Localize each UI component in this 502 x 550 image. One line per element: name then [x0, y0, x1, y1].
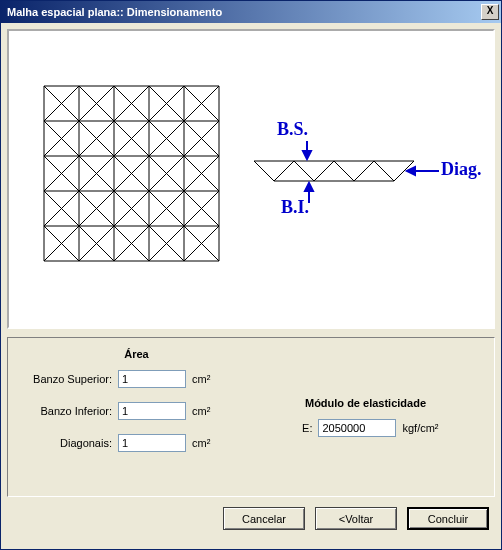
- label-diagonais: Diagonais:: [22, 437, 112, 449]
- input-modulus-e[interactable]: [318, 419, 396, 437]
- cancelar-button[interactable]: Cancelar: [223, 507, 305, 530]
- input-banzo-inferior[interactable]: [118, 402, 186, 420]
- window-title: Malha espacial plana:: Dimensionamento: [7, 6, 481, 18]
- label-bs: B.S.: [277, 119, 308, 140]
- label-banzo-superior: Banzo Superior:: [22, 373, 112, 385]
- modulus-heading: Módulo de elasticidade: [305, 397, 426, 409]
- voltar-button[interactable]: <Voltar: [315, 507, 397, 530]
- form-panel: Área Banzo Superior: cm² Banzo Inferior:…: [7, 337, 495, 497]
- field-modulus-e: E: kgf/cm²: [292, 419, 438, 437]
- diagram-svg: [9, 31, 495, 327]
- unit-modulus-e: kgf/cm²: [402, 422, 438, 434]
- unit-banzo-inferior: cm²: [192, 405, 210, 417]
- modulus-column: Módulo de elasticidade E: kgf/cm²: [251, 348, 480, 486]
- button-row: Cancelar <Voltar Concluir: [7, 507, 495, 530]
- close-icon[interactable]: X: [481, 4, 499, 20]
- svg-marker-69: [407, 167, 415, 175]
- label-bi: B.I.: [281, 197, 309, 218]
- unit-banzo-superior: cm²: [192, 373, 210, 385]
- diagram-panel: B.S. B.I. Diag.: [7, 29, 495, 329]
- field-banzo-superior: Banzo Superior: cm²: [22, 370, 251, 388]
- svg-marker-65: [303, 151, 311, 159]
- field-banzo-inferior: Banzo Inferior: cm²: [22, 402, 251, 420]
- label-modulus-e: E:: [292, 422, 312, 434]
- concluir-button[interactable]: Concluir: [407, 507, 489, 530]
- label-banzo-inferior: Banzo Inferior:: [22, 405, 112, 417]
- area-heading: Área: [22, 348, 251, 360]
- client-area: B.S. B.I. Diag. Área Banzo Superior: cm²…: [1, 23, 501, 549]
- unit-diagonais: cm²: [192, 437, 210, 449]
- svg-marker-67: [305, 183, 313, 191]
- input-banzo-superior[interactable]: [118, 370, 186, 388]
- area-column: Área Banzo Superior: cm² Banzo Inferior:…: [22, 348, 251, 486]
- label-diag: Diag.: [441, 159, 482, 180]
- dialog-window: Malha espacial plana:: Dimensionamento X: [0, 0, 502, 550]
- input-diagonais[interactable]: [118, 434, 186, 452]
- field-diagonais: Diagonais: cm²: [22, 434, 251, 452]
- titlebar: Malha espacial plana:: Dimensionamento X: [1, 1, 501, 23]
